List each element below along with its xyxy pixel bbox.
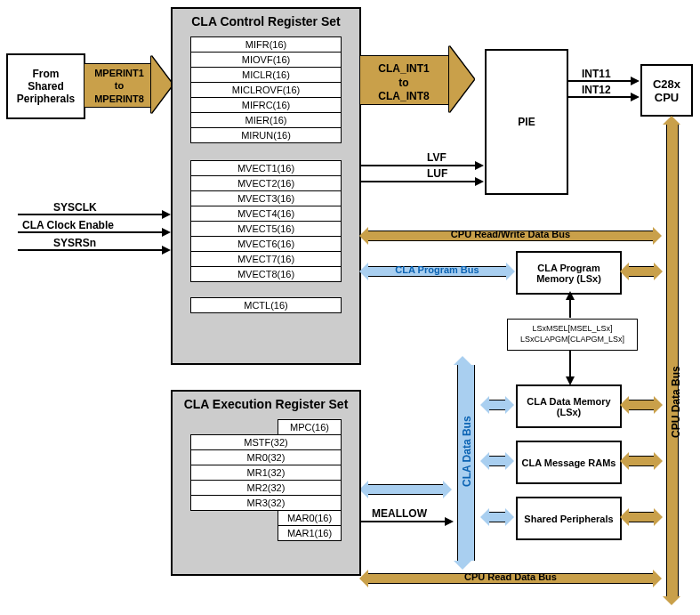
text: LSxCLAPGM[CLAPGM_LSx] <box>520 335 624 345</box>
cla-int-arrow: CLA_INT1 to CLA_INT8 <box>359 46 475 112</box>
register-entry: MR0(32) <box>190 449 342 465</box>
signal-label-int12: INT12 <box>582 84 611 96</box>
register-entry: MICLROVF(16) <box>190 82 342 98</box>
signal-config-down <box>569 350 571 384</box>
text: CLA Data Memory (LSx) <box>518 396 620 417</box>
signal-sysclk <box>18 214 169 215</box>
bus-cpu-read: CPU Read Data Bus <box>359 570 662 587</box>
signal-int11 <box>567 80 638 82</box>
register-entry: MIER(16) <box>190 112 342 128</box>
lsx-config-box: LSxMSEL[MSEL_LSx] LSxCLAPGM[CLAPGM_LSx] <box>507 319 638 351</box>
bus-cla-data-to-exec <box>359 481 452 498</box>
register-entry: MVECT1(16) <box>190 160 342 176</box>
register-entry: MVECT8(16) <box>190 266 342 282</box>
register-entry: MICLR(16) <box>190 67 342 83</box>
control-register-group-2: MVECT1(16) MVECT2(16) MVECT3(16) MVECT4(… <box>190 160 342 282</box>
register-entry: MIRUN(16) <box>190 127 342 143</box>
bus-connector <box>480 452 514 470</box>
control-register-group-1: MIFR(16) MIOVF(16) MICLR(16) MICLROVF(16… <box>190 36 342 143</box>
text: PIE <box>518 116 535 128</box>
register-entry: MSTF(32) <box>190 434 342 450</box>
text: Shared <box>28 80 64 93</box>
register-entry: MVECT5(16) <box>190 221 342 237</box>
signal-sysrsn <box>18 249 169 251</box>
signal-label-meallow: MEALLOW <box>372 507 427 520</box>
register-entry: MR1(32) <box>190 465 342 481</box>
register-entry: MIFRC(16) <box>190 97 342 113</box>
signal-config-up <box>569 293 571 318</box>
text: Peripherals <box>17 93 75 105</box>
cla-data-memory-box: CLA Data Memory (LSx) <box>516 384 622 428</box>
register-set-title: CLA Execution Register Set <box>173 392 359 419</box>
register-entry: MVECT6(16) <box>190 236 342 252</box>
cla-control-register-set: CLA Control Register Set MIFR(16) MIOVF(… <box>171 7 361 365</box>
from-shared-peripherals-box: From Shared Peripherals <box>6 53 85 119</box>
signal-label-lvf: LVF <box>427 151 447 164</box>
signal-luf <box>359 181 482 182</box>
register-set-title: CLA Control Register Set <box>173 9 359 36</box>
register-entry: MIFR(16) <box>190 36 342 53</box>
c28x-cpu-box: C28x CPU <box>640 64 693 117</box>
bus-cla-program: CLA Program Bus <box>359 263 515 280</box>
bus-connector <box>480 508 514 526</box>
register-entry: MR2(32) <box>190 480 342 496</box>
signal-label-cla-clock-enable: CLA Clock Enable <box>22 219 114 231</box>
bus-connector-progmem-cpu <box>620 263 663 280</box>
register-entry: MVECT3(16) <box>190 190 342 206</box>
register-entry: MR3(32) <box>190 495 342 511</box>
register-entry: MIOVF(16) <box>190 52 342 68</box>
signal-label-sysclk: SYSCLK <box>53 201 97 214</box>
shared-peripherals-box: Shared Peripherals <box>516 497 622 540</box>
text: CLA Program Memory (LSx) <box>518 263 620 284</box>
signal-cla-clock-enable <box>18 231 169 233</box>
pie-box: PIE <box>485 49 568 195</box>
bus-connector <box>620 452 663 470</box>
text: LSxMSEL[MSEL_LSx] <box>532 324 612 335</box>
register-entry: MVECT2(16) <box>190 175 342 191</box>
signal-meallow <box>359 521 452 522</box>
signal-lvf <box>359 165 482 166</box>
register-entry: MVECT4(16) <box>190 206 342 222</box>
signal-label-luf: LUF <box>427 167 447 180</box>
register-entry: MCTL(16) <box>190 297 342 313</box>
bus-label-cpu-data: CPU Data Bus <box>670 358 682 438</box>
cla-program-memory-box: CLA Program Memory (LSx) <box>516 251 622 295</box>
signal-label-sysrsn: SYSRSn <box>53 237 96 249</box>
bus-connector <box>620 508 663 526</box>
mperint-arrow: MPERINT1 to MPERINT8 <box>84 56 173 113</box>
register-entry: MAR0(16) <box>278 510 342 526</box>
bus-label-cla-data: CLA Data Bus <box>461 407 473 487</box>
bus-cpu-rw: CPU Read/Write Data Bus <box>359 227 662 245</box>
signal-label-int11: INT11 <box>582 68 611 80</box>
cla-execution-register-set: CLA Execution Register Set MPC(16) MSTF(… <box>171 390 361 576</box>
signal-int12 <box>567 96 638 98</box>
bus-connector <box>620 396 663 414</box>
text: CPU <box>655 91 679 104</box>
text: CLA Message RAMs <box>522 457 616 468</box>
text: From <box>33 68 60 80</box>
text: Shared Peripherals <box>524 514 613 524</box>
register-entry: MVECT7(16) <box>190 251 342 267</box>
text: C28x <box>653 77 680 91</box>
register-entry: MAR1(16) <box>278 525 342 541</box>
register-entry: MPC(16) <box>278 419 342 435</box>
cla-message-rams-box: CLA Message RAMs <box>516 441 622 484</box>
bus-connector <box>480 396 514 414</box>
